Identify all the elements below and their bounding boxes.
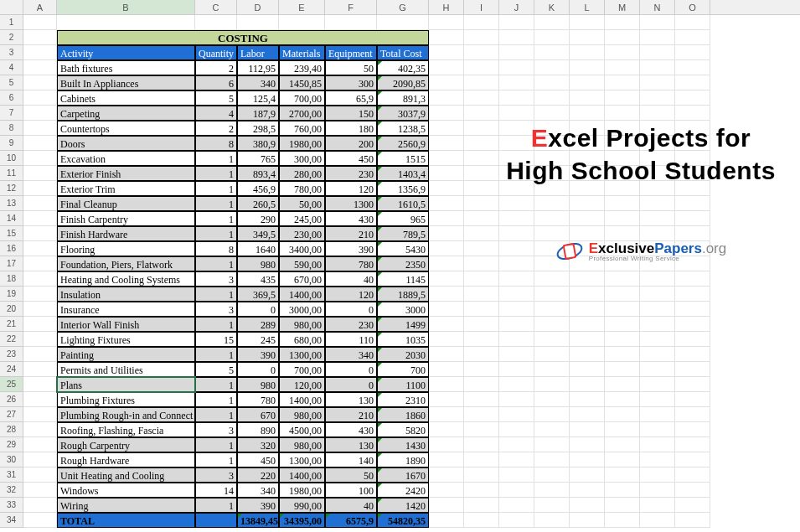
cell[interactable] [464,407,499,422]
data-cell[interactable]: 0 [325,302,377,317]
row-header-30[interactable]: 30 [0,452,23,467]
cell[interactable] [23,332,57,347]
data-cell[interactable]: 893,4 [237,166,279,181]
col-header-E[interactable]: E [279,0,325,14]
data-cell[interactable]: 1300,00 [279,452,325,467]
data-cell[interactable]: 1610,5 [377,196,429,211]
cell[interactable] [23,467,57,483]
cell[interactable] [570,317,605,332]
data-cell[interactable]: 8 [195,136,237,151]
col-header-H[interactable]: H [429,0,464,14]
activity-cell[interactable]: Countertops [57,121,195,136]
cell[interactable] [675,392,710,407]
row-header-25[interactable]: 25 [0,377,23,392]
cell[interactable] [464,136,499,151]
row-header-23[interactable]: 23 [0,347,23,362]
cell[interactable] [279,15,325,30]
cell[interactable] [570,302,605,317]
col-header-O[interactable]: O [675,0,710,14]
data-cell[interactable]: 1 [195,166,237,181]
data-cell[interactable]: 765 [237,151,279,166]
cell[interactable] [640,377,675,392]
row-header-17[interactable]: 17 [0,256,23,271]
activity-cell[interactable]: Permits and Utilities [57,362,195,377]
cell[interactable] [464,181,499,196]
cell[interactable] [675,483,710,498]
cell[interactable] [605,30,640,45]
data-cell[interactable]: 14 [195,483,237,498]
cell[interactable] [605,513,640,528]
row-header-14[interactable]: 14 [0,211,23,226]
row-header-9[interactable]: 9 [0,136,23,151]
cell[interactable] [605,498,640,513]
cell[interactable] [640,467,675,483]
total-cell[interactable] [195,513,237,528]
cell[interactable] [675,90,710,106]
cell[interactable] [640,60,675,75]
data-cell[interactable]: 1100 [377,377,429,392]
data-cell[interactable]: 1 [195,377,237,392]
activity-cell[interactable]: Finish Carpentry [57,211,195,226]
activity-cell[interactable]: Plans [57,377,195,392]
table-header[interactable]: Labor [237,45,279,60]
cell[interactable] [464,377,499,392]
cell[interactable] [499,317,534,332]
cell[interactable] [499,437,534,452]
cell[interactable] [499,287,534,302]
cell[interactable] [429,483,464,498]
data-cell[interactable]: 380,9 [237,136,279,151]
cell[interactable] [499,45,534,60]
data-cell[interactable]: 2 [195,121,237,136]
data-cell[interactable]: 349,5 [237,226,279,241]
cell[interactable] [675,287,710,302]
cell[interactable] [534,75,570,90]
cell[interactable] [534,392,570,407]
cell[interactable] [429,302,464,317]
cell[interactable] [675,45,710,60]
cell[interactable] [605,302,640,317]
data-cell[interactable]: 1420 [377,498,429,513]
activity-cell[interactable]: Bath fixtures [57,60,195,75]
cell[interactable] [23,513,57,528]
total-label[interactable]: TOTAL [57,513,195,528]
cell[interactable] [23,287,57,302]
cell[interactable] [429,151,464,166]
cell[interactable] [534,498,570,513]
table-header[interactable]: Equipment [325,45,377,60]
table-header[interactable]: Total Cost [377,45,429,60]
cell[interactable] [464,513,499,528]
cell[interactable] [499,332,534,347]
cell[interactable] [23,45,57,60]
cell[interactable] [570,30,605,45]
cell[interactable] [429,317,464,332]
activity-cell[interactable]: Wiring [57,498,195,513]
data-cell[interactable]: 120,00 [279,377,325,392]
cell[interactable] [605,467,640,483]
data-cell[interactable]: 1 [195,226,237,241]
cell[interactable] [23,136,57,151]
cell[interactable] [499,347,534,362]
cell[interactable] [464,166,499,181]
data-cell[interactable]: 1145 [377,271,429,287]
activity-cell[interactable]: Final Cleanup [57,196,195,211]
data-cell[interactable]: 390 [237,498,279,513]
activity-cell[interactable]: Windows [57,483,195,498]
cell[interactable] [464,302,499,317]
cell[interactable] [23,226,57,241]
data-cell[interactable]: 1980,00 [279,483,325,498]
cell[interactable] [429,75,464,90]
cell[interactable] [499,106,534,121]
cell[interactable] [570,483,605,498]
cell[interactable] [464,45,499,60]
data-cell[interactable]: 980,00 [279,317,325,332]
row-header-12[interactable]: 12 [0,181,23,196]
cell[interactable] [534,407,570,422]
cell[interactable] [570,498,605,513]
cell[interactable] [640,347,675,362]
data-cell[interactable]: 2420 [377,483,429,498]
cell[interactable] [499,392,534,407]
cell[interactable] [499,498,534,513]
col-header-J[interactable]: J [499,0,534,14]
cell[interactable] [429,498,464,513]
cell[interactable] [429,166,464,181]
